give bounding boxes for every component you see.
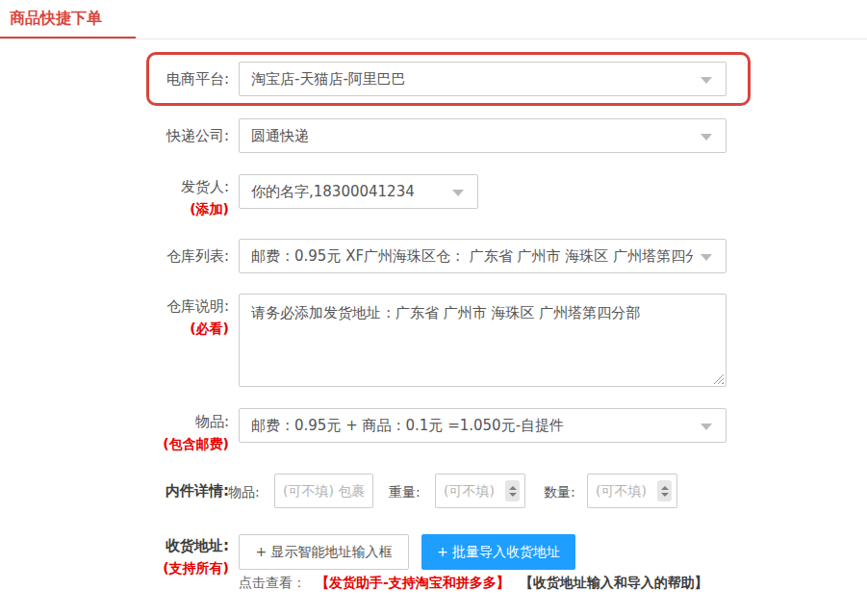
dropdown-arrow-icon — [701, 254, 712, 261]
dropdown-arrow-icon — [452, 190, 464, 196]
help-prefix: 点击查看： — [239, 575, 306, 592]
dropdown-arrow-icon — [701, 134, 712, 141]
warehouse-note-field-wrap: 请务必添加发货地址：广东省 广州市 海珠区 广州塔第四分部 — [239, 294, 727, 387]
stepper-down-icon[interactable] — [509, 493, 517, 497]
contents-label: 内件详情: — [29, 483, 229, 500]
contents-item-input[interactable] — [274, 474, 373, 508]
header-divider — [0, 38, 867, 39]
contents-item-label: 物品: — [228, 484, 260, 501]
stepper-up-icon[interactable] — [509, 486, 517, 490]
tab-quick-order[interactable]: 商品快捷下单 — [10, 9, 102, 29]
warehouse-note-label: 仓库说明: (必看) — [29, 298, 229, 337]
courier-select-value: 圆通快递 — [251, 127, 309, 145]
contents-qty-label: 数量: — [544, 484, 575, 501]
address-label: 收货地址: (支持所有) — [29, 538, 229, 577]
sender-select-value: 你的名字,18300041234 — [251, 183, 415, 201]
contents-item-input-wrap — [274, 474, 373, 508]
help-line: 点击查看： 【发货助手-支持淘宝和拼多多】 【收货地址输入和导入的帮助】 — [239, 575, 708, 592]
weight-stepper[interactable] — [505, 480, 520, 501]
show-smart-address-input-button[interactable]: + 显示智能地址输入框 — [239, 534, 409, 570]
platform-select-value: 淘宝店-天猫店-阿里巴巴 — [251, 70, 406, 89]
sender-add-link[interactable]: (添加) — [29, 201, 229, 218]
stepper-down-icon[interactable] — [661, 493, 669, 497]
warehouse-list-select-value: 邮费：0.95元 XF广州海珠区仓： 广东省 广州市 海珠区 广州塔第四分部 — [251, 247, 693, 266]
dropdown-arrow-icon — [701, 77, 712, 84]
warehouse-list-label: 仓库列表: — [29, 248, 229, 265]
item-label: 物品: (包含邮费) — [29, 414, 229, 452]
sender-select[interactable]: 你的名字,18300041234 — [239, 174, 478, 209]
shipping-assistant-help-link[interactable]: 【发货助手-支持淘宝和拼多多】 — [316, 575, 510, 592]
warehouse-list-select[interactable]: 邮费：0.95元 XF广州海珠区仓： 广东省 广州市 海珠区 广州塔第四分部 — [239, 239, 727, 273]
qty-stepper[interactable] — [657, 480, 672, 501]
courier-select[interactable]: 圆通快递 — [239, 118, 727, 153]
item-select[interactable]: 邮费：0.95元 + 商品：0.1元 =1.050元-自提件 — [239, 408, 727, 443]
dropdown-arrow-icon — [701, 424, 712, 430]
contents-weight-input-wrap — [435, 474, 525, 508]
contents-qty-input-wrap — [587, 474, 677, 508]
address-import-help-link[interactable]: 【收货地址输入和导入的帮助】 — [520, 575, 708, 592]
stepper-up-icon[interactable] — [661, 486, 669, 490]
platform-label: 电商平台: — [29, 71, 229, 88]
platform-select[interactable]: 淘宝店-天猫店-阿里巴巴 — [239, 62, 727, 96]
sender-label: 发货人: (添加) — [29, 179, 229, 218]
contents-weight-label: 重量: — [389, 484, 421, 501]
item-select-value: 邮费：0.95元 + 商品：0.1元 =1.050元-自提件 — [251, 417, 564, 435]
warehouse-note-textarea[interactable]: 请务必添加发货地址：广东省 广州市 海珠区 广州塔第四分部 — [239, 294, 727, 387]
courier-label: 快递公司: — [29, 128, 229, 144]
bulk-import-address-button[interactable]: + 批量导入收货地址 — [421, 534, 575, 570]
